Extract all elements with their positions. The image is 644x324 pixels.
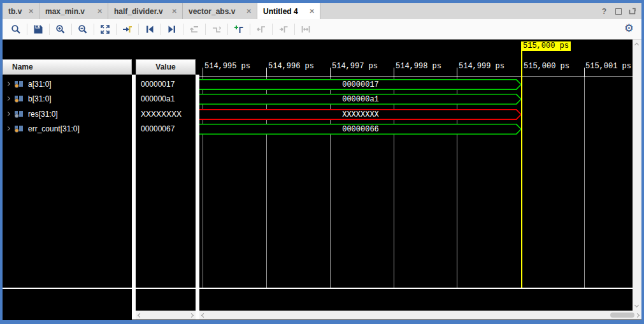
axis-tick-label: 514,997 ps — [332, 62, 378, 71]
scroll-up-icon[interactable] — [634, 43, 639, 47]
signal-row-res[interactable]: res[31:0] — [3, 107, 132, 121]
time-axis-line — [199, 77, 633, 77]
signal-row-b[interactable]: b[31:0] — [3, 91, 132, 106]
signal-name-panel: Name a[31:0] b[31:0] res[31:0] err_count… — [3, 40, 132, 320]
wave-bus-err-count: 00000066 — [199, 124, 522, 135]
zoom-fit-icon[interactable] — [97, 22, 113, 37]
add-edge-icon[interactable] — [231, 22, 247, 37]
help-icon[interactable]: ? — [600, 7, 608, 15]
previous-rising-edge-icon — [253, 22, 269, 37]
signal-value-panel: Value 00000017 000000a1 XXXXXXXX 0000006… — [136, 40, 196, 320]
float-icon[interactable] — [628, 7, 636, 15]
signal-value: 000000a1 — [141, 91, 196, 106]
tab-tb-v[interactable]: tb.v ✕ — [3, 3, 39, 19]
scroll-right-icon[interactable] — [189, 313, 194, 317]
axis-tick — [203, 68, 203, 77]
wave-vertical-scrollbar[interactable] — [633, 40, 641, 311]
name-column-header: Name — [3, 59, 132, 75]
close-icon[interactable]: ✕ — [29, 8, 34, 15]
signal-row-a[interactable]: a[31:0] — [3, 77, 132, 91]
titlebar-icons: ? — [600, 3, 636, 19]
expand-chevron-icon[interactable] — [6, 126, 10, 131]
signal-name: b[31:0] — [28, 94, 52, 103]
close-icon[interactable]: ✕ — [310, 8, 315, 15]
scroll-right-icon[interactable] — [635, 313, 640, 317]
go-to-time-cursor-icon[interactable] — [119, 22, 136, 37]
next-marker-icon — [208, 22, 225, 37]
wave-bus-a: 00000017 — [199, 79, 522, 90]
axis-tick — [394, 68, 394, 77]
bus-signal-icon — [14, 80, 24, 88]
wave-horizontal-scrollbar[interactable] — [199, 311, 641, 320]
scrollbar-thumb[interactable] — [610, 313, 634, 318]
previous-marker-icon — [186, 22, 203, 37]
expand-chevron-icon[interactable] — [6, 82, 10, 86]
bus-signal-icon — [14, 125, 24, 133]
signal-value: 00000067 — [141, 121, 196, 136]
waveform-viewer-window: tb.v ✕ max_min.v ✕ half_divider.v ✕ vect… — [0, 0, 644, 324]
wave-bus-b: 000000a1 — [199, 94, 522, 105]
settings-gear-icon[interactable]: ⚙ — [624, 22, 634, 35]
signal-value: XXXXXXXX — [141, 107, 196, 121]
scroll-left-icon[interactable] — [138, 313, 142, 317]
axis-tick — [266, 68, 267, 77]
maximize-icon[interactable] — [614, 7, 622, 15]
signal-name: err_count[31:0] — [28, 124, 80, 133]
wave-bus-res: XXXXXXXX — [199, 109, 522, 120]
time-gridline — [584, 77, 585, 288]
time-cursor-marker[interactable]: 515,000 ps — [521, 41, 571, 51]
find-icon[interactable] — [8, 22, 24, 37]
next-rising-edge-icon — [275, 22, 292, 37]
time-cursor-line[interactable] — [521, 51, 522, 288]
axis-tick-label: 514,996 ps — [268, 62, 314, 71]
axis-tick — [330, 68, 331, 77]
tab-bar: tb.v ✕ max_min.v ✕ half_divider.v ✕ vect… — [3, 3, 641, 19]
close-icon[interactable]: ✕ — [97, 8, 103, 15]
signal-value: 00000017 — [141, 77, 196, 91]
tab-label: Untitled 4 — [263, 7, 298, 16]
tab-half-divider-v[interactable]: half_divider.v ✕ — [108, 3, 183, 19]
expand-chevron-icon[interactable] — [6, 96, 10, 101]
next-transition-icon[interactable] — [164, 22, 180, 37]
close-icon[interactable]: ✕ — [247, 8, 252, 15]
waveform-canvas[interactable]: 515,000 ps 514,995 ps 514,996 ps 514,997… — [199, 40, 633, 320]
tab-vector-abs-v[interactable]: vector_abs.v ✕ — [183, 3, 257, 19]
axis-tick-label: 514,999 ps — [459, 62, 504, 71]
tab-untitled-4[interactable]: Untitled 4 ✕ — [257, 3, 320, 19]
scroll-down-icon[interactable] — [634, 303, 639, 307]
bus-signal-icon — [14, 110, 24, 118]
close-icon[interactable]: ✕ — [172, 8, 177, 15]
wave-bus-value: 00000066 — [199, 124, 522, 135]
expand-chevron-icon[interactable] — [6, 112, 10, 116]
tab-label: max_min.v — [45, 7, 85, 16]
axis-tick-label: 515,000 ps — [524, 62, 569, 71]
wave-toolbar: ⚙ — [3, 19, 641, 40]
wave-bus-value: 00000017 — [199, 79, 522, 90]
save-wave-config-icon[interactable] — [30, 22, 47, 37]
wave-window-body: Name a[31:0] b[31:0] res[31:0] err_count… — [3, 40, 641, 320]
tab-label: vector_abs.v — [189, 7, 235, 16]
wave-bottom-separator — [3, 288, 633, 289]
scroll-left-icon[interactable] — [201, 313, 206, 317]
wave-bus-value: XXXXXXXX — [199, 109, 522, 120]
tab-max-min-v[interactable]: max_min.v ✕ — [39, 3, 108, 19]
value-horizontal-scrollbar[interactable] — [136, 311, 196, 320]
value-column-header: Value — [136, 59, 196, 75]
tab-label: tb.v — [8, 7, 22, 16]
tab-label: half_divider.v — [114, 7, 163, 16]
wave-bus-value: 000000a1 — [199, 94, 522, 105]
between-edges-icon — [297, 22, 314, 37]
axis-tick-label: 515,001 ps — [585, 62, 631, 71]
axis-tick — [584, 68, 585, 77]
axis-tick-label: 514,998 ps — [396, 62, 441, 71]
axis-tick — [457, 68, 457, 77]
signal-row-err-count[interactable]: err_count[31:0] — [3, 121, 132, 136]
signal-name: res[31:0] — [28, 110, 58, 119]
bus-signal-icon — [14, 95, 24, 103]
zoom-out-icon[interactable] — [75, 22, 91, 37]
signal-name: a[31:0] — [28, 80, 52, 89]
axis-tick-label: 514,995 ps — [204, 62, 250, 71]
zoom-in-icon[interactable] — [52, 22, 69, 37]
previous-transition-icon[interactable] — [141, 22, 158, 37]
